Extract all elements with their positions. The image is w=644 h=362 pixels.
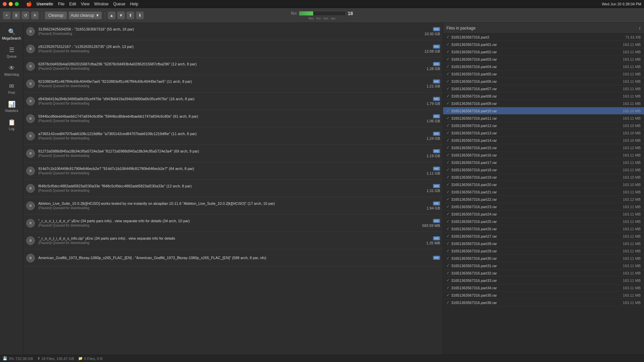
- file-row[interactable]: ✓ 31651363567316.part20.rar 163.10 MB: [443, 181, 644, 188]
- menu-edit[interactable]: Edit: [69, 2, 76, 6]
- auto-cleanup-dropdown[interactable]: Auto cleanup ▼: [68, 11, 102, 19]
- file-row[interactable]: ✓ 31651363567316.part11.rar 163.11 MB: [443, 115, 644, 122]
- menu-window[interactable]: Window: [94, 2, 109, 6]
- file-check-icon: ✓: [446, 227, 451, 231]
- download-item[interactable]: ⏸ 62878c0d493b4a02862015687cfba296 "6287…: [23, 58, 443, 75]
- download-item[interactable]: ⏸ d943b6419a394b34890a6fc05cef476e "d943…: [23, 93, 443, 110]
- file-row[interactable]: ✓ 31651363567316.part03.rar 163.11 MB: [443, 56, 644, 63]
- pause-download-button[interactable]: ⏸: [26, 184, 35, 193]
- file-row[interactable]: ✓ 31651363567316.part14.rar 163.10 MB: [443, 137, 644, 144]
- pause-all-button[interactable]: ⏸: [12, 11, 20, 19]
- file-row[interactable]: ✓ 31651363567316.part33.rar 163.11 MB: [443, 277, 644, 284]
- file-row[interactable]: ✓ 31651363567316.part2 71.61 KB: [443, 34, 644, 41]
- files-panel-action-icon[interactable]: ↕: [639, 26, 641, 31]
- file-row[interactable]: ✓ 31651363567316.part35.rar 163.11 MB: [443, 292, 644, 299]
- file-row[interactable]: ✓ 31651363567316.part07.rar 163.11 MB: [443, 85, 644, 93]
- file-row[interactable]: ✓ 31651363567316.part24.rar 163.11 MB: [443, 210, 644, 218]
- download-item[interactable]: ⏸ "_r_o_n_t_i_d_e_s_info.zip" yEnc (34 p…: [23, 232, 443, 249]
- file-row[interactable]: ✓ 31651363567316.part04.rar 163.11 MB: [443, 63, 644, 70]
- file-row[interactable]: ✓ 31651363567316.part29.rar 163.11 MB: [443, 247, 644, 255]
- file-row[interactable]: ✓ 31651363567316.part26.rar 163.11 MB: [443, 225, 644, 233]
- download-item[interactable]: ⏸ American_Graffiti_1973_Bluray-1080p_x2…: [23, 249, 443, 267]
- download-item[interactable]: ⏸ 3135623425634256 - "31651363567316" (5…: [23, 23, 443, 40]
- file-row[interactable]: ✓ 31651363567316.part36.rar 163.11 MB: [443, 299, 644, 306]
- minimize-button[interactable]: [9, 2, 13, 6]
- pause-download-button[interactable]: ⏸: [26, 219, 35, 228]
- download-item[interactable]: ⏸ Ableton_Live_Suite_10.0.2[k][HCiSO] wo…: [23, 197, 443, 215]
- download-item[interactable]: ⏸ z912352675312167 - "z1352635126735" (2…: [23, 40, 443, 58]
- file-row[interactable]: ✓ 31651363567316.part25.rar 163.11 MB: [443, 218, 644, 225]
- cleanup-button[interactable]: Cleanup: [45, 11, 67, 19]
- file-row[interactable]: ✓ 31651363567316.part22.rar 163.12 MB: [443, 196, 644, 203]
- file-row[interactable]: ✓ 31651363567316.part23.rar 163.11 MB: [443, 203, 644, 210]
- files-list[interactable]: ✓ 31651363567316.part2 71.61 KB ✓ 316513…: [443, 34, 644, 355]
- file-row[interactable]: ✓ 31651363567316.part18.rar 163.11 MB: [443, 166, 644, 174]
- move-up-button[interactable]: ▲: [108, 11, 116, 19]
- file-row[interactable]: ✓ 31651363567316.part01.rar 163.11 MB: [443, 41, 644, 48]
- pause-download-button[interactable]: ⏸: [26, 97, 35, 106]
- file-row[interactable]: ✓ 31651363567316.part34.rar 163.11 MB: [443, 284, 644, 292]
- pause-download-button[interactable]: ⏸: [26, 45, 35, 53]
- file-row[interactable]: ✓ 31651363567316.part19.rar 163.10 MB: [443, 174, 644, 181]
- file-row[interactable]: ✓ 31651363567316.part31.rar 163.11 MB: [443, 262, 644, 269]
- download-item[interactable]: ⏸ 5944bcd8deeb4baebb1747a834c6c80e "5944…: [23, 110, 443, 127]
- menu-view[interactable]: View: [81, 2, 90, 6]
- download-right: MS 1.79 GB: [427, 97, 440, 106]
- file-row[interactable]: ✓ 31651363567316.part06.rar 163.11 MB: [443, 78, 644, 85]
- file-row[interactable]: ✓ 31651363567316.part13.rar 163.10 MB: [443, 129, 644, 137]
- download-item[interactable]: ⏸ 914d7c1b106449fc81790fe646ecb2e7 "914d…: [23, 162, 443, 180]
- file-row[interactable]: ✓ 31651363567316.part28.rar 163.11 MB: [443, 240, 644, 247]
- download-item[interactable]: ⏸ "_r_o_n_t_i_d_e_s" yEnc (34 parts pars…: [23, 215, 443, 232]
- file-row[interactable]: ✓ 31651363567316.part17.rar 163.11 MB: [443, 159, 644, 166]
- sidebar-item-watchdog[interactable]: 👁 Watchdog: [1, 62, 22, 79]
- file-row[interactable]: ✓ 31651363567316.part32.rar 163.11 MB: [443, 269, 644, 277]
- menu-help[interactable]: Help: [130, 2, 139, 6]
- add-button[interactable]: +: [3, 11, 11, 19]
- move-top-button[interactable]: ⬆: [126, 11, 135, 19]
- sidebar-item-log[interactable]: 📋 Log: [1, 116, 22, 133]
- pause-download-button[interactable]: ⏸: [26, 236, 35, 245]
- close-button[interactable]: [3, 2, 7, 6]
- file-row[interactable]: ✓ 31651363567316.part08.rar 163.11 MB: [443, 93, 644, 100]
- sidebar-item-post[interactable]: ✉ Post: [1, 80, 22, 97]
- file-row[interactable]: ✓ 31651363567316.part10.rar 163.10 MB: [443, 107, 644, 115]
- file-row[interactable]: ✓ 31651363567316.part16.rar 163.11 MB: [443, 152, 644, 159]
- pause-download-button[interactable]: ⏸: [26, 149, 35, 158]
- menu-queue[interactable]: Queue: [113, 2, 125, 6]
- pause-download-button[interactable]: ⏸: [26, 114, 35, 123]
- move-bottom-button[interactable]: ⬇: [136, 11, 144, 19]
- sidebar-item-queue[interactable]: ☰ Queue: [1, 44, 22, 61]
- pause-download-button[interactable]: ⏸: [26, 254, 35, 262]
- menu-file[interactable]: File: [58, 2, 64, 6]
- download-right: MS 1.31 GB: [427, 184, 440, 193]
- file-row[interactable]: ✓ 31651363567316.part02.rar 163.11 MB: [443, 48, 644, 56]
- file-row[interactable]: ✓ 31651363567316.part05.rar 163.11 MB: [443, 70, 644, 78]
- sidebar: 🔍 MegaSearch ☰ Queue 👁 Watchdog ✉ Post 📊…: [0, 23, 23, 355]
- download-item[interactable]: ⏸ 8210883eff1c467f94c69c40449e7ae5 "8210…: [23, 75, 443, 93]
- remove-button[interactable]: ✕: [31, 11, 39, 19]
- apple-menu[interactable]: 🍎: [26, 1, 32, 7]
- file-row[interactable]: ✓ 31651363567316.part09.rar 163.11 MB: [443, 100, 644, 107]
- pause-download-button[interactable]: ⏸: [26, 27, 35, 36]
- file-row[interactable]: ✓ 31651363567316.part27.rar 163.11 MB: [443, 233, 644, 240]
- file-row[interactable]: ✓ 31651363567316.part21.rar 163.11 MB: [443, 188, 644, 196]
- app-window: + ⏸ ↺ ✕ Cleanup Auto cleanup ▼ ▲ ▼ ⬆ ⬇ B…: [0, 8, 644, 362]
- download-item[interactable]: ⏸ a7365142ced84707bab6108c1219df6e "a736…: [23, 127, 443, 145]
- file-row[interactable]: ✓ 31651363567316.part30.rar 163.11 MB: [443, 255, 644, 262]
- download-item[interactable]: ⏸ 81272a5988d945a18b34c95a5724e3a4 "8127…: [23, 145, 443, 162]
- pause-download-button[interactable]: ⏸: [26, 132, 35, 140]
- refresh-button[interactable]: ↺: [21, 11, 30, 19]
- menu-app-name[interactable]: Usenetic: [37, 2, 53, 6]
- download-item[interactable]: ⏸ f848c5cf0dcc4882add5823af230a33e "f848…: [23, 180, 443, 197]
- pause-download-button[interactable]: ⏸: [26, 201, 35, 210]
- pause-download-button[interactable]: ⏸: [26, 167, 35, 175]
- pause-download-button[interactable]: ⏸: [26, 62, 35, 71]
- sidebar-item-statistics[interactable]: 📊 Statistics: [1, 98, 22, 115]
- pause-download-button[interactable]: ⏸: [26, 79, 35, 88]
- file-row[interactable]: ✓ 31651363567316.part12.rar 163.10 MB: [443, 122, 644, 129]
- file-row[interactable]: ✓ 31651363567316.part15.rar 163.12 MB: [443, 144, 644, 152]
- sidebar-item-megasearch[interactable]: 🔍 MegaSearch: [1, 25, 22, 43]
- download-list[interactable]: ⏸ 3135623425634256 - "31651363567316" (5…: [23, 23, 443, 355]
- maximize-button[interactable]: [15, 2, 19, 6]
- move-down-button[interactable]: ▼: [117, 11, 125, 19]
